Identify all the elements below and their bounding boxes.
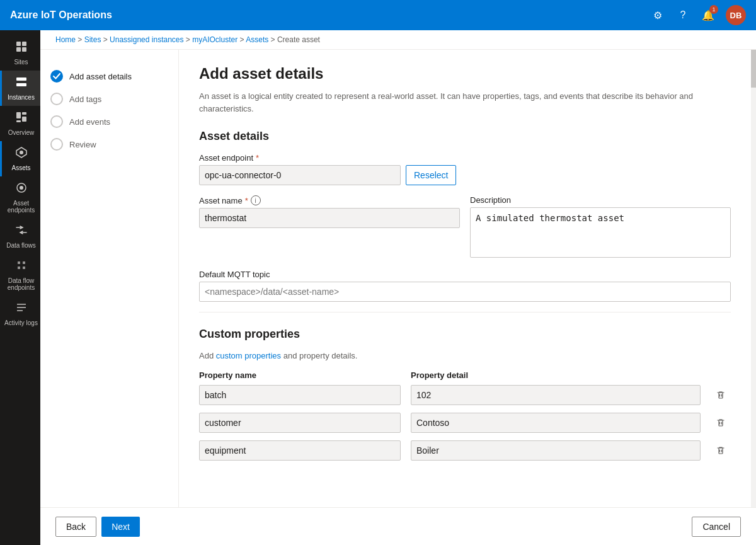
sidebar-item-overview[interactable]: Overview xyxy=(0,106,40,141)
sidebar-label-data-flow-endpoints: Data flow endpoints xyxy=(4,277,38,291)
step-add-asset-details[interactable]: Add asset details xyxy=(50,65,168,88)
svg-rect-7 xyxy=(22,112,26,115)
data-flow-endpoints-icon xyxy=(15,259,28,275)
breadcrumb: Home > Sites > Unassigned instances > my… xyxy=(40,30,756,50)
asset-name-label: Asset name * i xyxy=(199,195,460,205)
step-add-events[interactable]: Add events xyxy=(50,110,168,133)
section-custom-properties-title: Custom properties xyxy=(199,328,731,341)
step-circle-3 xyxy=(50,115,63,128)
wizard-steps: Add asset details Add tags Add events Re… xyxy=(40,50,179,507)
svg-point-11 xyxy=(20,151,23,154)
step-circle-2 xyxy=(50,93,63,105)
sidebar-item-activity-logs[interactable]: Activity logs xyxy=(0,296,40,331)
page-title: Add asset details xyxy=(199,65,731,83)
prop-header-row: Property name Property detail xyxy=(199,370,731,380)
custom-properties-desc: Add custom properties and property detai… xyxy=(199,351,731,360)
svg-point-13 xyxy=(20,186,23,190)
help-icon[interactable]: ? xyxy=(675,8,690,23)
custom-properties-link[interactable]: custom properties xyxy=(216,351,281,360)
breadcrumb-home[interactable]: Home xyxy=(55,35,76,44)
mqtt-topic-input[interactable] xyxy=(199,282,731,302)
step-circle-1 xyxy=(50,70,63,83)
data-flows-icon xyxy=(15,224,28,239)
asset-endpoints-icon xyxy=(15,181,28,197)
overview-icon xyxy=(15,111,28,127)
sidebar-label-activity-logs: Activity logs xyxy=(4,319,38,326)
scrollbar-thumb xyxy=(751,50,756,88)
divider xyxy=(199,312,731,313)
svg-rect-0 xyxy=(16,42,21,46)
reselect-button[interactable]: Reselect xyxy=(406,165,456,185)
top-nav: Azure IoT Operations ⚙ ? 🔔 1 DB xyxy=(0,0,756,30)
step-label-4: Review xyxy=(69,140,96,149)
sidebar: Sites Instances Overview Assets Asset en… xyxy=(0,30,40,545)
notification-badge: 1 xyxy=(709,5,718,14)
asset-endpoint-field-group: Asset endpoint * Reselect xyxy=(199,153,731,185)
asset-name-field-group: Asset name * i xyxy=(199,195,460,260)
form-area: Add asset details An asset is a logical … xyxy=(179,50,751,507)
svg-rect-1 xyxy=(22,42,26,46)
prop-name-input-2[interactable] xyxy=(199,440,401,461)
step-label-3: Add events xyxy=(69,117,110,127)
svg-rect-5 xyxy=(16,83,26,86)
breadcrumb-cluster[interactable]: myAIOcluster xyxy=(192,35,238,44)
sidebar-label-overview: Overview xyxy=(8,129,35,136)
sidebar-label-assets: Assets xyxy=(11,164,30,171)
cancel-button[interactable]: Cancel xyxy=(692,517,741,537)
sidebar-label-sites: Sites xyxy=(14,59,28,66)
prop-row-0 xyxy=(199,385,731,405)
sidebar-item-instances[interactable]: Instances xyxy=(0,71,40,106)
breadcrumb-current: Create asset xyxy=(277,35,320,44)
section-asset-details-title: Asset details xyxy=(199,130,731,143)
assets-icon xyxy=(15,146,28,162)
delete-prop-0-button[interactable] xyxy=(711,385,731,405)
svg-rect-8 xyxy=(22,117,26,122)
mqtt-topic-field-group: Default MQTT topic xyxy=(199,270,731,302)
prop-name-input-1[interactable] xyxy=(199,413,401,433)
notifications-icon[interactable]: 🔔 1 xyxy=(701,8,716,23)
instances-icon xyxy=(15,76,28,91)
asset-endpoint-label: Asset endpoint * xyxy=(199,153,731,163)
svg-rect-9 xyxy=(16,120,21,122)
next-button[interactable]: Next xyxy=(101,517,140,537)
sidebar-item-assets[interactable]: Assets xyxy=(0,141,40,176)
sidebar-label-data-flows: Data flows xyxy=(6,242,36,249)
breadcrumb-unassigned-instances[interactable]: Unassigned instances xyxy=(110,35,183,44)
asset-name-desc-row: Asset name * i Description xyxy=(199,195,731,260)
description-field-group: Description xyxy=(470,195,731,260)
step-label-1: Add asset details xyxy=(69,72,132,81)
activity-logs-icon xyxy=(15,301,28,317)
asset-name-input[interactable] xyxy=(199,208,460,228)
sidebar-item-data-flows[interactable]: Data flows xyxy=(0,219,40,254)
breadcrumb-sites[interactable]: Sites xyxy=(84,35,101,44)
svg-rect-6 xyxy=(16,112,21,118)
prop-name-input-0[interactable] xyxy=(199,385,401,405)
asset-name-info-icon[interactable]: i xyxy=(251,195,261,205)
prop-detail-input-0[interactable] xyxy=(411,385,701,405)
description-input[interactable] xyxy=(470,207,731,258)
sidebar-item-asset-endpoints[interactable]: Asset endpoints xyxy=(0,176,40,219)
step-review[interactable]: Review xyxy=(50,133,168,156)
app-title: Azure IoT Operations xyxy=(10,9,112,21)
prop-row-2 xyxy=(199,440,731,461)
sites-icon xyxy=(15,40,28,56)
prop-detail-input-2[interactable] xyxy=(411,440,701,461)
sidebar-item-data-flow-endpoints[interactable]: Data flow endpoints xyxy=(0,254,40,296)
back-button[interactable]: Back xyxy=(55,517,96,537)
settings-icon[interactable]: ⚙ xyxy=(650,8,665,23)
prop-detail-input-1[interactable] xyxy=(411,413,701,433)
delete-prop-1-button[interactable] xyxy=(711,413,731,433)
scrollbar[interactable] xyxy=(751,50,756,507)
svg-rect-4 xyxy=(16,77,26,81)
prop-name-col-header: Property name xyxy=(199,370,401,380)
breadcrumb-assets[interactable]: Assets xyxy=(246,35,268,44)
sidebar-label-instances: Instances xyxy=(8,94,35,101)
asset-endpoint-field-row: Reselect xyxy=(199,165,731,185)
sidebar-item-sites[interactable]: Sites xyxy=(0,35,40,71)
asset-endpoint-input[interactable] xyxy=(199,165,401,185)
svg-rect-3 xyxy=(22,47,26,52)
delete-prop-2-button[interactable] xyxy=(711,440,731,461)
step-add-tags[interactable]: Add tags xyxy=(50,88,168,110)
user-avatar[interactable]: DB xyxy=(726,5,746,25)
mqtt-topic-label: Default MQTT topic xyxy=(199,270,731,279)
